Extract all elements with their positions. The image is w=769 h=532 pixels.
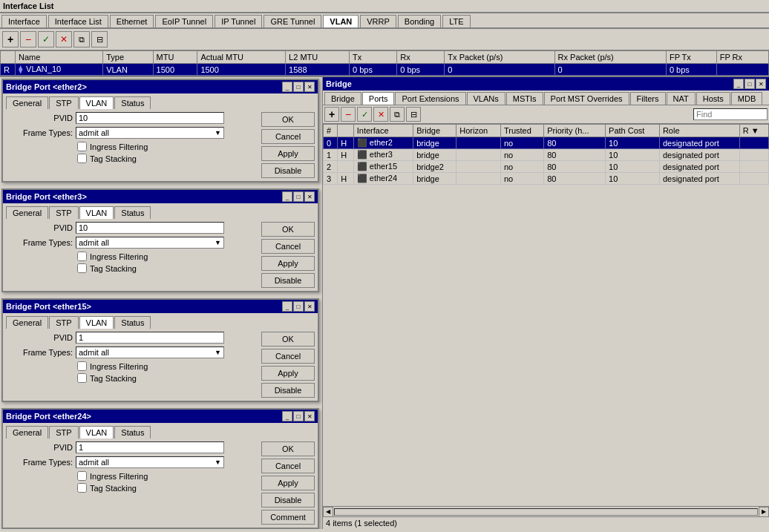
bridge-remove-btn[interactable]: − (341, 107, 356, 122)
tab-bonding[interactable]: Bonding (398, 15, 441, 27)
tab-stp-ether24[interactable]: STP (49, 426, 78, 439)
ingress-filtering-ether3[interactable] (77, 252, 87, 261)
bridge-add-btn[interactable]: + (324, 107, 339, 122)
cancel-btn-ether24[interactable]: Cancel (261, 459, 315, 473)
tab-status-ether3[interactable]: Status (114, 206, 151, 219)
tab-general-ether24[interactable]: General (6, 426, 48, 439)
add-button[interactable]: + (2, 31, 19, 47)
minimize-ether15[interactable]: _ (282, 301, 292, 312)
bridge-x-btn[interactable]: ✕ (373, 107, 388, 122)
disable-btn-ether24[interactable]: Disable (261, 493, 315, 508)
bridge-minimize[interactable]: _ (733, 79, 744, 89)
bridge-close[interactable]: ✕ (756, 79, 766, 89)
tag-stacking-ether3[interactable] (77, 263, 87, 273)
close-ether15[interactable]: ✕ (304, 301, 315, 312)
tab-ip-tunnel[interactable]: IP Tunnel (215, 15, 262, 27)
tab-interface[interactable]: Interface (1, 15, 47, 27)
bridge-tab-port-mst[interactable]: Port MST Overrides (544, 92, 629, 105)
bridge-maximize[interactable]: □ (745, 79, 755, 89)
check-button[interactable]: ✓ (38, 31, 54, 47)
tab-vrrp[interactable]: VRRP (360, 15, 396, 27)
tab-interface-list[interactable]: Interface List (48, 15, 108, 27)
bridge-tab-vlans[interactable]: VLANs (467, 92, 505, 105)
minimize-ether2[interactable]: _ (282, 82, 292, 92)
apply-btn-ether24[interactable]: Apply (261, 476, 315, 490)
bridge-row-2[interactable]: 2 ⬛ ether15 bridge2 no 80 10 designated … (324, 161, 769, 173)
iface-row[interactable]: R ⧫ VLAN_10 VLAN 1500 1500 1588 0 bps 0 … (1, 64, 769, 76)
filter-button[interactable]: ⊟ (91, 31, 108, 47)
tab-vlan-ether2[interactable]: VLAN (79, 96, 114, 109)
tag-stacking-ether2[interactable] (77, 154, 87, 163)
bridge-check-btn[interactable]: ✓ (357, 107, 372, 122)
tab-status-ether24[interactable]: Status (114, 426, 151, 439)
apply-btn-ether15[interactable]: Apply (261, 366, 315, 381)
tab-lte[interactable]: LTE (442, 15, 470, 27)
frame-types-select-ether24[interactable]: admit all (76, 456, 224, 468)
tab-ethernet[interactable]: Ethernet (110, 15, 154, 27)
pvid-input-ether2[interactable]: 10 (76, 112, 224, 124)
maximize-ether3[interactable]: □ (293, 191, 304, 202)
close-ether24[interactable]: ✕ (304, 411, 315, 421)
maximize-ether24[interactable]: □ (293, 411, 304, 421)
ok-btn-ether2[interactable]: OK (261, 112, 315, 127)
tab-vlan-ether24[interactable]: VLAN (79, 426, 114, 439)
close-ether2[interactable]: ✕ (304, 82, 315, 92)
x-button[interactable]: ✕ (56, 31, 72, 47)
bridge-row-1[interactable]: 1 H ⬛ ether3 bridge no 80 10 designated … (324, 149, 769, 161)
maximize-ether15[interactable]: □ (293, 301, 304, 312)
tag-stacking-ether24[interactable] (77, 483, 87, 493)
bridge-tab-ports[interactable]: Ports (362, 92, 395, 105)
minimize-ether3[interactable]: _ (282, 191, 292, 202)
apply-btn-ether2[interactable]: Apply (261, 146, 315, 161)
ingress-filtering-ether24[interactable] (77, 471, 87, 481)
pvid-input-ether15[interactable]: 1 (76, 332, 224, 344)
cancel-btn-ether3[interactable]: Cancel (261, 239, 315, 254)
ok-btn-ether24[interactable]: OK (261, 441, 315, 456)
tab-vlan-ether3[interactable]: VLAN (79, 206, 114, 219)
tab-vlan-ether15[interactable]: VLAN (79, 316, 114, 329)
bridge-row-0[interactable]: 0 H ⬛ ether2 bridge no 80 10 designated … (324, 137, 769, 149)
copy-button[interactable]: ⧉ (73, 31, 90, 47)
tab-vlan[interactable]: VLAN (323, 15, 359, 27)
bridge-row-3[interactable]: 3 H ⬛ ether24 bridge no 80 10 designated… (324, 173, 769, 185)
scroll-left-btn[interactable]: ◀ (323, 507, 333, 517)
frame-types-select-ether2[interactable]: admit all (76, 127, 224, 139)
bridge-tab-filters[interactable]: Filters (630, 92, 666, 105)
bridge-scrollbar-h[interactable]: ◀ ▶ (323, 506, 769, 516)
ok-btn-ether15[interactable]: OK (261, 332, 315, 347)
comment-btn-ether24[interactable]: Comment (261, 510, 315, 525)
frame-types-select-ether3[interactable]: admit all (76, 237, 224, 249)
bridge-filter-btn[interactable]: ⊟ (406, 107, 421, 122)
tab-general-ether15[interactable]: General (6, 316, 48, 329)
pvid-input-ether24[interactable]: 1 (76, 441, 224, 453)
disable-btn-ether15[interactable]: Disable (261, 383, 315, 398)
tab-eoip-tunnel[interactable]: EoIP Tunnel (155, 15, 213, 27)
maximize-ether2[interactable]: □ (293, 82, 304, 92)
scroll-right-btn[interactable]: ▶ (759, 507, 769, 517)
bridge-tab-bridge[interactable]: Bridge (324, 92, 361, 105)
bridge-copy-btn[interactable]: ⧉ (390, 107, 405, 122)
bridge-tab-port-ext[interactable]: Port Extensions (395, 92, 465, 105)
disable-btn-ether3[interactable]: Disable (261, 273, 315, 288)
tab-stp-ether3[interactable]: STP (49, 206, 78, 219)
tab-general-ether3[interactable]: General (6, 206, 48, 219)
tag-stacking-ether15[interactable] (77, 373, 87, 383)
tab-status-ether15[interactable]: Status (114, 316, 151, 329)
ok-btn-ether3[interactable]: OK (261, 222, 315, 237)
bridge-tab-hosts[interactable]: Hosts (696, 92, 730, 105)
disable-btn-ether2[interactable]: Disable (261, 163, 315, 178)
cancel-btn-ether15[interactable]: Cancel (261, 349, 315, 364)
ingress-filtering-ether2[interactable] (77, 142, 87, 151)
close-ether3[interactable]: ✕ (304, 191, 315, 202)
cancel-btn-ether2[interactable]: Cancel (261, 129, 315, 144)
frame-types-select-ether15[interactable]: admit all (76, 347, 224, 358)
bridge-tab-mstis[interactable]: MSTIs (506, 92, 543, 105)
remove-button[interactable]: − (20, 31, 36, 47)
apply-btn-ether3[interactable]: Apply (261, 256, 315, 271)
bridge-tab-mdb[interactable]: MDB (731, 92, 762, 105)
tab-stp-ether15[interactable]: STP (49, 316, 78, 329)
bridge-find-input[interactable] (693, 108, 768, 120)
minimize-ether24[interactable]: _ (282, 411, 292, 421)
tab-stp-ether2[interactable]: STP (49, 96, 78, 109)
tab-status-ether2[interactable]: Status (114, 96, 151, 109)
